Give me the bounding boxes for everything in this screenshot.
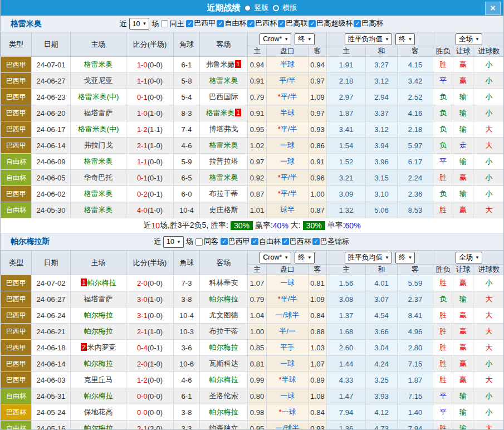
league-checkbox[interactable] xyxy=(309,20,316,27)
league-checkbox[interactable] xyxy=(278,20,285,27)
corner-score: 10-3 xyxy=(174,324,200,340)
odds-handicap: 半/一 xyxy=(267,324,309,340)
odds-home: 0.99 xyxy=(248,372,267,388)
score: 1-0(0-0) xyxy=(126,57,174,73)
result-goals: 大 xyxy=(473,291,504,307)
odds-away: 0.93 xyxy=(309,421,327,430)
away-team: 弗鲁米嫩1 xyxy=(200,57,248,73)
recent-count-select[interactable]: 10▼ xyxy=(163,236,184,248)
league-filter[interactable]: 巴圣锦标 xyxy=(312,237,349,247)
away-team: 帕尔梅拉 xyxy=(200,291,248,307)
team-name: 格雷米奥 xyxy=(11,19,42,29)
avg-stage-select[interactable]: 终▼ xyxy=(395,252,415,263)
league-filter[interactable]: 自由杯 xyxy=(217,18,246,28)
result-goals: 大 xyxy=(473,202,504,218)
corner-score: 7-4 xyxy=(174,121,200,138)
recent-count-select[interactable]: 10▼ xyxy=(129,18,150,30)
corner-score: 3-3 xyxy=(174,421,200,430)
same-venue-filter[interactable]: 同客 xyxy=(195,237,218,247)
odds-stage-select[interactable]: 终▼ xyxy=(295,252,314,263)
score: 2-0(0-0) xyxy=(126,275,174,291)
avg-draw: 3.66 xyxy=(366,324,398,340)
horizontal-layout-radio[interactable] xyxy=(273,5,279,11)
home-team: 格雷米奥(中) xyxy=(71,89,126,105)
near-label: 近 xyxy=(154,237,161,247)
corner-score: 10-4 xyxy=(174,307,200,324)
avg-stage-select[interactable]: 终▼ xyxy=(395,33,415,45)
scope-select[interactable]: 全场▼ xyxy=(456,33,482,45)
league-filter[interactable]: 巴高联 xyxy=(278,18,307,28)
avg-home: 1.44 xyxy=(327,356,366,372)
league-type-badge: 巴西甲 xyxy=(1,57,32,73)
home-team: 帕尔梅拉 xyxy=(71,307,126,324)
league-filter[interactable]: 巴高超级杯 xyxy=(309,18,353,28)
avg-draw: 3.12 xyxy=(366,73,398,89)
league-checkbox[interactable] xyxy=(354,20,361,27)
result-handicap: 走 xyxy=(453,138,473,154)
home-team: 弗拉门戈 xyxy=(71,138,126,154)
league-filter[interactable]: 巴西杯 xyxy=(282,237,311,247)
league-checkbox[interactable] xyxy=(251,238,258,245)
col-home: 主场 xyxy=(71,32,126,57)
odds-handicap: 一球 xyxy=(267,275,309,291)
league-filter[interactable]: 自由杯 xyxy=(251,237,281,247)
score: 1-1(0-0) xyxy=(126,154,174,170)
match-row: 巴西杯 24-05-24 保地花高 0-0(0-0) 3-8 帕尔梅拉 0.98… xyxy=(1,404,504,421)
avg-away: 1.40 xyxy=(398,404,433,421)
result-handicap: 赢 xyxy=(453,202,473,218)
result-goals: 小 xyxy=(473,404,504,421)
col-avg-away: 客 xyxy=(398,46,433,57)
result-wdl: 平 xyxy=(433,73,453,89)
league-checkbox[interactable] xyxy=(282,238,289,245)
away-team: 帕尔梅拉 xyxy=(200,340,248,356)
league-type-badge: 巴西甲 xyxy=(1,340,32,356)
avg-select[interactable]: 胜平负均值▼ xyxy=(345,33,392,45)
home-team: 华奇巴托 xyxy=(71,170,126,186)
league-filter[interactable]: 巴西甲 xyxy=(186,18,216,28)
league-checkbox[interactable] xyxy=(221,238,228,245)
league-checkbox[interactable] xyxy=(247,20,255,27)
league-checkbox[interactable] xyxy=(217,20,224,27)
league-filter[interactable]: 巴西杯 xyxy=(247,18,277,28)
same-venue-filter[interactable]: 同主 xyxy=(161,19,184,29)
avg-home: 4.33 xyxy=(327,372,366,388)
odds-away: 0.84 xyxy=(309,404,327,421)
scope-select[interactable]: 全场▼ xyxy=(456,252,482,263)
league-filter[interactable]: 巴高杯 xyxy=(354,18,383,28)
avg-away: 4.16 xyxy=(398,105,433,121)
col-goals: 进球数 xyxy=(473,46,504,57)
avg-away: 6.17 xyxy=(398,154,433,170)
odds-handicap: 一/球半 xyxy=(267,421,309,430)
avg-home: 1.68 xyxy=(327,324,366,340)
same-venue-checkbox[interactable] xyxy=(161,20,168,27)
odds-source-select[interactable]: Crow*▼ xyxy=(260,252,291,263)
league-checkbox[interactable] xyxy=(312,238,320,245)
col-type: 类型 xyxy=(1,32,32,57)
result-wdl: 胜 xyxy=(433,421,453,430)
odds-home: 0.97 xyxy=(248,154,267,170)
score: 3-1(0-0) xyxy=(126,307,174,324)
vertical-layout-label[interactable]: 竖版 xyxy=(255,3,269,13)
result-wdl: 胜 xyxy=(433,340,453,356)
same-venue-checkbox[interactable] xyxy=(195,238,203,246)
odds-handicap: 一球 xyxy=(267,138,309,154)
odds-source-select[interactable]: Crow*▼ xyxy=(260,33,291,45)
match-date: 24-05-30 xyxy=(32,202,71,218)
corner-score: 6-5 xyxy=(174,170,200,186)
vertical-layout-radio[interactable] xyxy=(244,5,251,11)
col-handicap: 盘口 xyxy=(267,46,309,57)
odds-home: 0.79 xyxy=(248,89,267,105)
odds-stage-select[interactable]: 终▼ xyxy=(295,33,314,45)
league-filter[interactable]: 巴西甲 xyxy=(221,237,250,247)
home-team: 格雷米奥 xyxy=(71,154,126,170)
league-type-badge: 巴西甲 xyxy=(1,186,32,202)
result-handicap: 赢 xyxy=(453,324,473,340)
league-checkbox[interactable] xyxy=(186,20,193,27)
corner-score: 10-6 xyxy=(174,356,200,372)
avg-draw: 3.93 xyxy=(366,388,398,404)
horizontal-layout-label[interactable]: 横版 xyxy=(283,3,297,13)
close-icon[interactable]: × xyxy=(485,2,501,15)
avg-select[interactable]: 胜平负均值▼ xyxy=(345,252,392,263)
avg-draw: 3.15 xyxy=(366,170,398,186)
result-handicap: 输 xyxy=(453,121,473,138)
